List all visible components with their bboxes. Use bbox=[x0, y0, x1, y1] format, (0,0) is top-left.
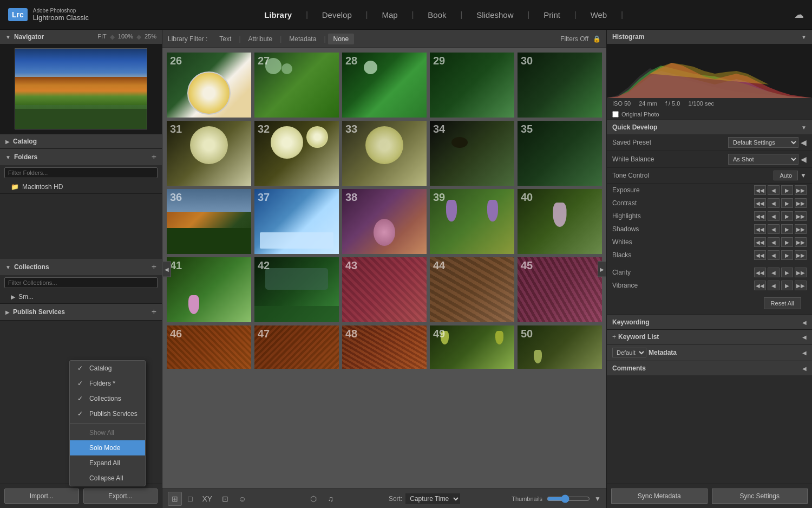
collections-add-button[interactable]: + bbox=[152, 262, 156, 272]
photo-cell-50[interactable]: 50 bbox=[518, 325, 602, 369]
photo-cell-33[interactable]: 33 bbox=[342, 121, 427, 186]
highlights-inc[interactable]: ▶ bbox=[781, 211, 793, 221]
filter-metadata-btn[interactable]: Metadata bbox=[284, 34, 322, 44]
nav-develop[interactable]: Develop bbox=[318, 8, 356, 22]
photo-cell-34[interactable]: 34 bbox=[430, 121, 514, 186]
clarity-inc[interactable]: ▶ bbox=[781, 268, 793, 277]
photo-cell-44[interactable]: 44 bbox=[430, 257, 514, 322]
whites-inc-inc[interactable]: ▶▶ bbox=[795, 237, 807, 247]
contrast-inc[interactable]: ▶ bbox=[781, 198, 793, 208]
photo-cell-42[interactable]: 42 bbox=[254, 257, 339, 322]
photo-cell-38[interactable]: 38 bbox=[342, 189, 427, 254]
photo-cell-48[interactable]: 48 bbox=[342, 325, 427, 369]
lock-icon[interactable]: 🔒 bbox=[593, 35, 601, 43]
ctx-collapse-all[interactable]: Collapse All bbox=[70, 471, 145, 486]
music-btn[interactable]: ♫ bbox=[324, 492, 337, 506]
contrast-dec-dec[interactable]: ◀◀ bbox=[754, 198, 766, 208]
keywording-header[interactable]: Keywording ◀ bbox=[607, 315, 812, 329]
photo-cell-39[interactable]: 39 bbox=[430, 189, 514, 254]
comments-header[interactable]: Comments ◀ bbox=[607, 361, 812, 375]
sort-select[interactable]: Capture Time Added Order Edit Time File … bbox=[405, 493, 460, 504]
keyword-list-add[interactable]: + bbox=[612, 333, 616, 341]
cloud-icon[interactable]: ☁ bbox=[794, 9, 804, 21]
whites-dec[interactable]: ◀ bbox=[768, 237, 780, 247]
photo-cell-29[interactable]: 29 bbox=[430, 53, 514, 118]
photo-cell-31[interactable]: 31 bbox=[167, 121, 251, 186]
zoom-100[interactable]: 100% bbox=[118, 33, 133, 41]
photo-grid[interactable]: 26 27 28 bbox=[162, 48, 606, 489]
filter-attribute-btn[interactable]: Attribute bbox=[243, 34, 278, 44]
nav-library[interactable]: Library bbox=[260, 8, 296, 22]
shadows-inc[interactable]: ▶ bbox=[781, 224, 793, 234]
ctx-collections[interactable]: ✓ Collections bbox=[70, 391, 145, 406]
compare-view-btn[interactable]: XY bbox=[198, 492, 216, 506]
left-panel-collapse-button[interactable]: ◀ bbox=[162, 261, 171, 277]
photo-cell-46[interactable]: 46 bbox=[167, 325, 251, 369]
highlights-inc-inc[interactable]: ▶▶ bbox=[795, 211, 807, 221]
photo-cell-30[interactable]: 30 bbox=[518, 53, 602, 118]
export-button[interactable]: Export... bbox=[83, 489, 158, 504]
keyword-list-header[interactable]: + Keyword List ◀ bbox=[607, 329, 812, 344]
sync-settings-button[interactable]: Sync Settings bbox=[712, 489, 808, 504]
sync-metadata-button[interactable]: Sync Metadata bbox=[611, 489, 708, 504]
saved-preset-arrow[interactable]: ◀ bbox=[801, 138, 807, 147]
highlights-dec-dec[interactable]: ◀◀ bbox=[754, 211, 766, 221]
histogram-header[interactable]: Histogram ▼ bbox=[607, 30, 812, 44]
photo-cell-35[interactable]: 35 bbox=[518, 121, 602, 186]
import-button[interactable]: Import... bbox=[4, 489, 79, 504]
original-photo-checkbox[interactable] bbox=[612, 111, 619, 118]
zoom-25[interactable]: 25% bbox=[145, 33, 156, 41]
vibrance-inc[interactable]: ▶ bbox=[781, 281, 793, 290]
photo-cell-41[interactable]: 41 bbox=[167, 257, 251, 322]
survey-view-btn[interactable]: ⊡ bbox=[218, 492, 232, 506]
ctx-publish-services[interactable]: ✓ Publish Services bbox=[70, 406, 145, 421]
collections-header[interactable]: ▼ Collections + bbox=[0, 259, 162, 275]
ctx-expand-all[interactable]: Expand All bbox=[70, 455, 145, 471]
exposure-inc[interactable]: ▶ bbox=[781, 185, 793, 195]
ctx-folders[interactable]: ✓ Folders * bbox=[70, 376, 145, 391]
blacks-dec[interactable]: ◀ bbox=[768, 250, 780, 260]
folder-macintosh-hd[interactable]: 📁 Macintosh HD bbox=[0, 180, 162, 193]
contrast-inc-inc[interactable]: ▶▶ bbox=[795, 198, 807, 208]
vibrance-dec[interactable]: ◀ bbox=[768, 281, 780, 290]
toolbar-expand-icon[interactable]: ▼ bbox=[594, 495, 601, 503]
nav-web[interactable]: Web bbox=[586, 8, 612, 22]
zoom-fit[interactable]: FIT bbox=[97, 33, 107, 41]
collection-item-sm[interactable]: ▶ Sm... bbox=[0, 290, 162, 303]
exposure-dec-dec[interactable]: ◀◀ bbox=[754, 185, 766, 195]
photo-cell-49[interactable]: 49 bbox=[430, 325, 514, 369]
whites-dec-dec[interactable]: ◀◀ bbox=[754, 237, 766, 247]
whites-inc[interactable]: ▶ bbox=[781, 237, 793, 247]
exposure-inc-inc[interactable]: ▶▶ bbox=[795, 185, 807, 195]
blacks-inc-inc[interactable]: ▶▶ bbox=[795, 250, 807, 260]
clarity-dec-dec[interactable]: ◀◀ bbox=[754, 268, 766, 277]
vibrance-inc-inc[interactable]: ▶▶ bbox=[795, 281, 807, 290]
grid-view-btn[interactable]: ⊞ bbox=[168, 492, 182, 506]
folder-search-input[interactable] bbox=[4, 167, 158, 178]
folders-header[interactable]: ▼ Folders + bbox=[0, 149, 162, 165]
catalog-header[interactable]: ▶ Catalog bbox=[0, 134, 162, 148]
loupe-view-btn[interactable]: □ bbox=[184, 492, 196, 506]
tone-control-down-arrow[interactable]: ▼ bbox=[800, 172, 807, 179]
exposure-dec[interactable]: ◀ bbox=[768, 185, 780, 195]
photo-cell-27[interactable]: 27 bbox=[254, 53, 339, 118]
blacks-inc[interactable]: ▶ bbox=[781, 250, 793, 260]
folders-add-button[interactable]: + bbox=[152, 152, 156, 162]
reset-all-button[interactable]: Reset All bbox=[764, 297, 801, 309]
metadata-preset-select[interactable]: Default bbox=[612, 348, 646, 357]
photo-cell-40[interactable]: 40 bbox=[518, 189, 602, 254]
shadows-dec-dec[interactable]: ◀◀ bbox=[754, 224, 766, 234]
photo-cell-47[interactable]: 47 bbox=[254, 325, 339, 369]
clarity-dec[interactable]: ◀ bbox=[768, 268, 780, 277]
people-view-btn[interactable]: ☺ bbox=[234, 492, 250, 506]
photo-cell-36[interactable]: 36 bbox=[167, 189, 251, 254]
highlights-dec[interactable]: ◀ bbox=[768, 211, 780, 221]
photo-cell-43[interactable]: 43 bbox=[342, 257, 427, 322]
nav-print[interactable]: Print bbox=[539, 8, 565, 22]
nav-slideshow[interactable]: Slideshow bbox=[472, 8, 518, 22]
ctx-solo-mode[interactable]: Solo Mode bbox=[70, 440, 145, 455]
filter-none-btn[interactable]: None bbox=[328, 34, 355, 44]
photo-cell-32[interactable]: 32 bbox=[254, 121, 339, 186]
navigator-header[interactable]: ▼ Navigator FIT ◆ 100% ◆ 25% bbox=[0, 30, 162, 44]
clarity-inc-inc[interactable]: ▶▶ bbox=[795, 268, 807, 277]
